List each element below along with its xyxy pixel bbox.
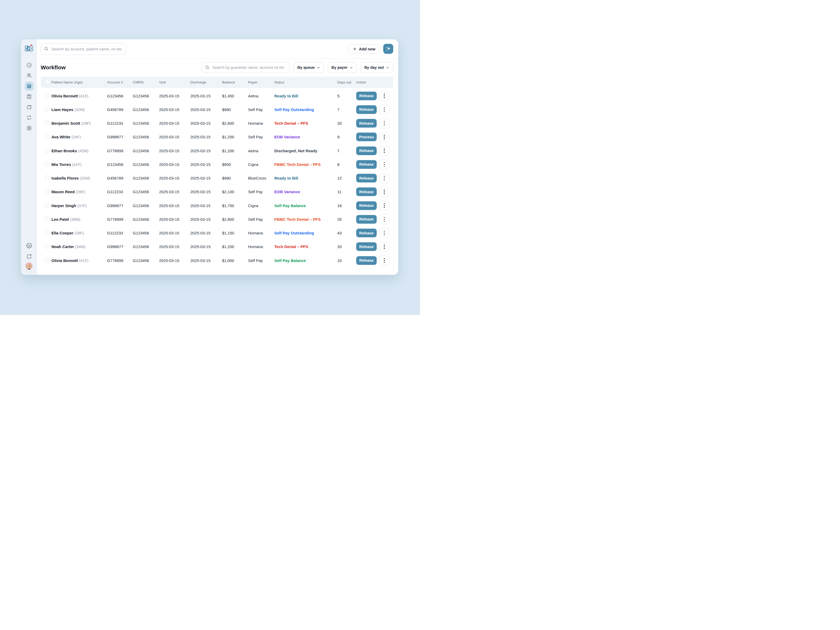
select-all-checkbox[interactable] [45, 80, 49, 84]
row-action-button[interactable]: Release [356, 174, 377, 182]
patient-age: (41F) [72, 162, 82, 167]
workflow-page: Workflow By queue By payer By day o [37, 58, 398, 275]
kebab-menu-button[interactable] [379, 104, 389, 114]
row-checkbox[interactable] [45, 175, 49, 180]
row-action-button[interactable]: Release [356, 92, 377, 100]
days-out: 7 [337, 148, 356, 153]
row-action-button[interactable]: Release [356, 147, 377, 155]
table-search-input[interactable] [202, 62, 290, 73]
wallet-icon [26, 104, 32, 110]
row-checkbox[interactable] [45, 107, 49, 111]
row-checkbox[interactable] [45, 231, 49, 235]
row-checkbox[interactable] [45, 162, 49, 166]
sidebar-item-settings[interactable] [25, 242, 33, 250]
filter-by-queue[interactable]: By queue [294, 62, 324, 73]
account-number: G112233 [107, 231, 133, 235]
ai-assistant-button[interactable] [383, 44, 393, 54]
square-dot-icon [26, 254, 32, 259]
kebab-menu-button[interactable] [379, 214, 389, 224]
row-checkbox[interactable] [45, 148, 49, 153]
global-search-input[interactable] [41, 43, 126, 55]
payer: Humana [248, 231, 274, 235]
cmrn: G123456 [133, 217, 159, 221]
row-checkbox[interactable] [45, 134, 49, 139]
row-action-button[interactable]: Release [356, 242, 377, 251]
sidebar-item-updates[interactable] [25, 252, 33, 261]
status-label: EOB Variance [274, 189, 337, 194]
row-action-button[interactable]: Release [356, 119, 377, 128]
row-action-button[interactable]: Release [356, 256, 377, 265]
table-row: Liam Hayes (32M) G456789 G123456 2025-03… [41, 103, 393, 116]
kebab-menu-button[interactable] [379, 242, 389, 252]
kebab-menu-button[interactable] [379, 187, 389, 197]
table-row: Leo Patel (38M) G778899 G123456 2025-03-… [41, 212, 393, 226]
patient-name: Ella Cooper (28F) [51, 231, 107, 235]
desktop-background: h + [0, 0, 420, 315]
days-out: 11 [337, 189, 356, 194]
row-checkbox[interactable] [45, 203, 49, 207]
kebab-menu-button[interactable] [379, 118, 389, 128]
visit-date: 2025-03-15 [159, 189, 190, 194]
table-header: Patient Name (Age)Account #CMRNVisitDisc… [41, 77, 393, 88]
cmrn: G123456 [133, 258, 159, 263]
user-avatar[interactable] [25, 262, 33, 270]
kebab-menu-button[interactable] [379, 159, 389, 169]
sidebar-item-dashboard[interactable] [25, 61, 33, 69]
kebab-menu-button[interactable] [379, 201, 389, 210]
cmrn: G123456 [133, 148, 159, 153]
patient-name: Olivia Bennett (41F) [51, 258, 107, 263]
kebab-menu-button[interactable] [379, 256, 389, 265]
row-checkbox[interactable] [45, 121, 49, 125]
status-label: Self Pay Outstanding [274, 107, 337, 112]
row-action-button[interactable]: Release [356, 105, 377, 114]
visit-date: 2025-03-15 [159, 121, 190, 125]
plus-icon [353, 47, 357, 51]
account-number: G456789 [107, 176, 133, 180]
account-number: G778899 [107, 148, 133, 153]
sidebar: h + [21, 39, 37, 275]
patient-name: Olivia Bennett (41F) [51, 94, 107, 98]
kebab-menu-icon [384, 231, 385, 232]
kebab-menu-button[interactable] [379, 132, 389, 142]
kebab-menu-button[interactable] [379, 228, 389, 238]
row-checkbox[interactable] [45, 189, 49, 193]
discharge-date: 2025-03-15 [190, 204, 222, 208]
kebab-menu-button[interactable] [379, 91, 389, 101]
row-checkbox[interactable] [45, 217, 49, 221]
account-number: G123456 [107, 94, 133, 98]
discharge-date: 2025-03-15 [190, 121, 222, 125]
row-action-button[interactable]: Release [356, 188, 377, 196]
filter-by-payer[interactable]: By payer [328, 62, 357, 73]
page-title: Workflow [41, 64, 66, 71]
kebab-menu-button[interactable] [379, 173, 389, 183]
sidebar-item-cycle[interactable] [25, 113, 33, 122]
sidebar-item-records[interactable] [25, 92, 33, 101]
row-checkbox[interactable] [45, 244, 49, 248]
table-row: Ella Cooper (28F) G112233 G123456 2025-0… [41, 226, 393, 240]
visit-date: 2025-03-15 [159, 231, 190, 235]
row-action-button[interactable]: Release [356, 201, 377, 210]
sidebar-item-wallet[interactable] [25, 103, 33, 112]
filter-by-day-out[interactable]: By day out [360, 62, 393, 73]
add-new-button[interactable]: Add new [348, 44, 380, 54]
row-checkbox[interactable] [45, 93, 49, 98]
row-action-button[interactable]: Release [356, 229, 377, 237]
row-action-button[interactable]: Release [356, 215, 377, 224]
sidebar-item-patients[interactable] [25, 71, 33, 80]
column-header: Patient Name (Age) [51, 81, 107, 84]
kebab-menu-button[interactable] [379, 146, 389, 156]
patient-name: Mia Torres (41F) [51, 162, 107, 167]
kebab-menu-icon [384, 189, 385, 191]
row-checkbox[interactable] [45, 258, 49, 262]
sidebar-item-payments[interactable] [25, 124, 33, 133]
column-header: Action [356, 81, 393, 84]
payer: Aetna [248, 148, 274, 153]
visit-date: 2025-03-15 [159, 94, 190, 98]
row-action-button[interactable]: Process [356, 133, 377, 141]
visit-date: 2025-03-15 [159, 245, 190, 249]
patient-age: (28F) [76, 189, 85, 194]
discharge-date: 2025-03-15 [190, 107, 222, 112]
gear-icon [26, 243, 32, 249]
sidebar-item-workflow[interactable] [25, 82, 33, 90]
row-action-button[interactable]: Release [356, 160, 377, 169]
